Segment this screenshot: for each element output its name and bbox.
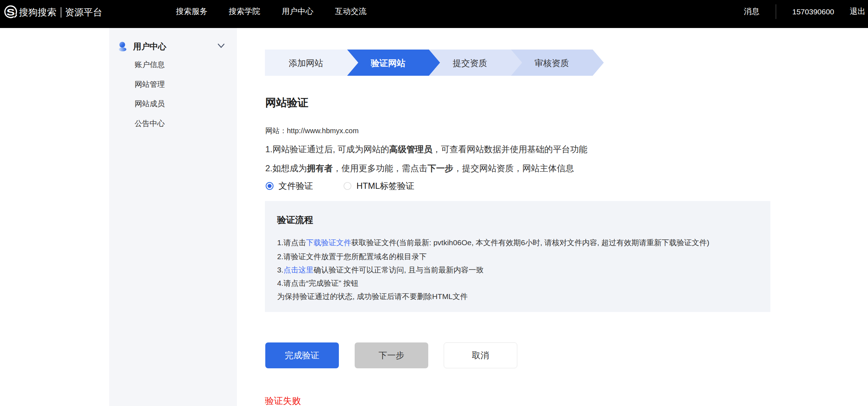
svg-text:S: S — [6, 7, 15, 17]
